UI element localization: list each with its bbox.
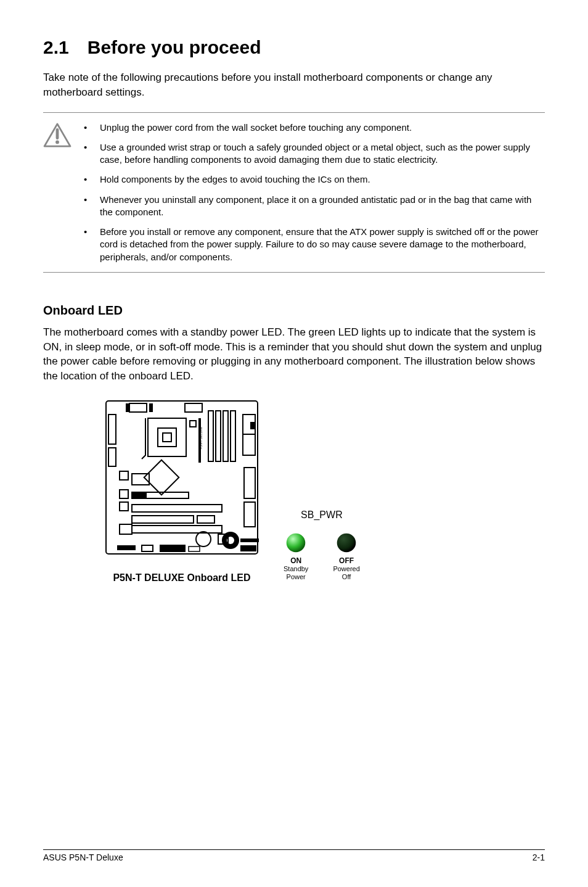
led-off-item: OFF Powered Off (333, 532, 359, 581)
bullet-icon: • (80, 194, 100, 219)
section-heading: 2.1Before you proceed (43, 37, 545, 58)
led-on-sub2: Power (287, 573, 306, 581)
board-model-label: P5N-T DELUXE (199, 427, 203, 449)
bullet-icon: • (80, 141, 100, 167)
page-footer: ASUS P5N-T Deluxe 2-1 (43, 849, 545, 862)
section-title: Before you proceed (88, 37, 261, 57)
svg-rect-6 (108, 415, 116, 444)
led-off-name: OFF (339, 556, 354, 565)
list-item: • Whenever you uninstall any component, … (80, 194, 545, 219)
caution-text: Before you install or remove any compone… (100, 226, 545, 263)
bullet-icon: • (80, 173, 100, 186)
list-item: • Unplug the power cord from the wall so… (80, 122, 545, 134)
svg-rect-8 (148, 418, 186, 456)
caution-text: Unplug the power cord from the wall sock… (100, 122, 545, 134)
svg-rect-28 (132, 516, 194, 523)
section-number: 2.1 (43, 37, 69, 58)
svg-point-46 (287, 533, 306, 552)
svg-rect-18 (250, 422, 255, 429)
footer-left: ASUS P5N-T Deluxe (43, 852, 123, 862)
body-paragraph: The motherboard comes with a standby pow… (43, 325, 545, 384)
led-off-icon (335, 532, 357, 554)
led-on-item: ON Standby Power (284, 532, 308, 581)
list-item: • Before you install or remove any compo… (80, 226, 545, 263)
led-group-label: SB_PWR (301, 510, 343, 521)
svg-rect-27 (132, 505, 222, 512)
svg-rect-33 (244, 502, 255, 527)
svg-rect-3 (149, 403, 153, 412)
svg-rect-7 (108, 448, 116, 466)
led-on-sub1: Standby (284, 565, 308, 573)
motherboard-diagram: P5N-T DELUXE (105, 400, 259, 566)
svg-rect-38 (117, 545, 136, 550)
svg-rect-12 (208, 411, 213, 461)
svg-rect-23 (120, 490, 128, 498)
caution-block: • Unplug the power cord from the wall so… (43, 112, 545, 273)
sub-heading: Onboard LED (43, 303, 545, 318)
caution-list: • Unplug the power cord from the wall so… (80, 122, 545, 263)
led-on-name: ON (290, 556, 301, 565)
svg-rect-41 (160, 545, 185, 551)
footer-right: 2-1 (533, 852, 545, 862)
svg-rect-11 (190, 421, 196, 427)
led-legend: SB_PWR ON Standby (284, 510, 360, 584)
svg-point-34 (196, 532, 211, 547)
figure: P5N-T DELUXE (43, 400, 545, 584)
svg-rect-26 (120, 502, 128, 511)
svg-point-0 (55, 140, 59, 144)
svg-rect-25 (132, 492, 147, 498)
figure-caption: P5N-T DELUXE Onboard LED (105, 572, 259, 584)
svg-rect-42 (189, 547, 200, 551)
svg-rect-29 (197, 516, 214, 523)
list-item: • Use a grounded wrist strap or touch a … (80, 141, 545, 167)
svg-rect-9 (158, 428, 176, 447)
svg-rect-43 (240, 545, 256, 551)
caution-text: Whenever you uninstall any component, pl… (100, 194, 545, 219)
svg-rect-32 (244, 468, 255, 498)
svg-rect-39 (142, 545, 153, 551)
led-off-sub2: Off (342, 573, 351, 581)
bullet-icon: • (80, 122, 100, 134)
svg-rect-5 (126, 403, 129, 412)
caution-text: Use a grounded wrist strap or touch a sa… (100, 141, 545, 167)
svg-rect-30 (120, 524, 132, 534)
list-item: • Hold components by the edges to avoid … (80, 173, 545, 186)
svg-rect-10 (163, 433, 171, 442)
svg-rect-13 (216, 411, 221, 461)
svg-rect-14 (223, 411, 228, 461)
svg-rect-15 (231, 411, 235, 461)
svg-point-47 (337, 533, 356, 552)
svg-rect-31 (132, 526, 222, 533)
svg-rect-2 (129, 403, 147, 412)
caution-icon (43, 122, 80, 150)
svg-rect-20 (120, 471, 128, 480)
led-off-sub1: Powered (333, 565, 359, 573)
bullet-icon: • (80, 226, 100, 263)
svg-rect-4 (185, 403, 202, 412)
intro-paragraph: Take note of the following precautions b… (43, 70, 545, 100)
board-column: P5N-T DELUXE (105, 400, 259, 584)
led-on-icon (285, 532, 307, 554)
caution-text: Hold components by the edges to avoid to… (100, 173, 545, 186)
